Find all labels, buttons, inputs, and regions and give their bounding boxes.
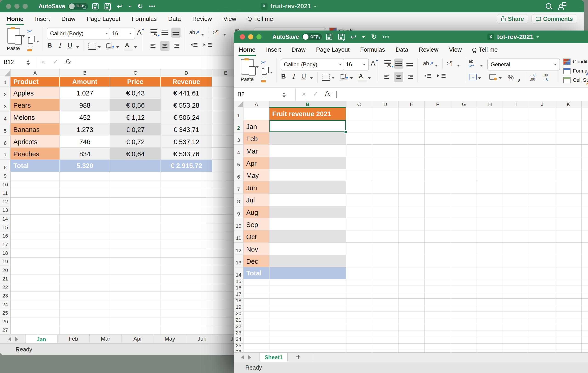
cell[interactable] bbox=[582, 157, 588, 169]
row-header-8[interactable]: 8 bbox=[234, 194, 243, 206]
zoom-button[interactable] bbox=[256, 34, 262, 40]
cell[interactable] bbox=[451, 206, 477, 218]
cell[interactable] bbox=[346, 231, 372, 243]
menu-tab-review[interactable]: Review bbox=[419, 46, 438, 53]
prev-sheet-icon[interactable] bbox=[6, 337, 11, 342]
align-left-button[interactable] bbox=[149, 41, 158, 51]
search-icon[interactable] bbox=[546, 3, 551, 9]
cell[interactable] bbox=[555, 312, 582, 318]
cell[interactable] bbox=[269, 324, 346, 331]
align-center-button[interactable] bbox=[394, 72, 403, 82]
row-header-2[interactable]: 2 bbox=[0, 87, 10, 99]
cell[interactable] bbox=[372, 286, 399, 292]
cell[interactable] bbox=[346, 157, 372, 169]
cell[interactable] bbox=[243, 305, 269, 312]
column-header-a[interactable]: A bbox=[243, 101, 269, 108]
title-chevron-icon[interactable] bbox=[314, 6, 316, 9]
cell[interactable] bbox=[451, 305, 477, 312]
cell[interactable] bbox=[451, 145, 477, 157]
row-header-11[interactable]: 11 bbox=[234, 231, 243, 243]
home-icon[interactable]: ⌂ bbox=[82, 3, 86, 10]
column-header-f[interactable]: F bbox=[425, 101, 451, 108]
cell[interactable] bbox=[425, 194, 451, 206]
cell[interactable] bbox=[425, 231, 451, 243]
cell[interactable]: € 441,61 bbox=[161, 87, 212, 99]
column-header-b[interactable]: B bbox=[269, 101, 346, 108]
cell[interactable] bbox=[346, 267, 372, 279]
decrease-indent-button[interactable] bbox=[423, 74, 431, 78]
cell[interactable] bbox=[346, 255, 372, 267]
cell[interactable] bbox=[477, 243, 503, 255]
menu-tab-data[interactable]: Data bbox=[168, 15, 181, 22]
cell[interactable] bbox=[399, 120, 425, 132]
cell[interactable] bbox=[110, 189, 161, 198]
cell[interactable] bbox=[399, 206, 425, 218]
minimize-button[interactable] bbox=[14, 4, 20, 9]
cell[interactable] bbox=[10, 249, 60, 258]
cell[interactable] bbox=[243, 279, 269, 286]
cell[interactable] bbox=[425, 299, 451, 305]
cell[interactable] bbox=[372, 206, 399, 218]
share-button[interactable]: Share bbox=[497, 14, 528, 23]
cell[interactable] bbox=[555, 299, 582, 305]
cell[interactable] bbox=[503, 324, 529, 331]
row-header-17[interactable]: 17 bbox=[0, 240, 10, 249]
cell[interactable] bbox=[425, 169, 451, 181]
cell[interactable] bbox=[110, 198, 161, 206]
cell[interactable] bbox=[110, 258, 161, 266]
cell[interactable] bbox=[346, 243, 372, 255]
undo-icon[interactable]: ↩ bbox=[117, 3, 122, 10]
cell[interactable] bbox=[60, 215, 110, 223]
cell[interactable] bbox=[161, 283, 212, 292]
align-right-button[interactable] bbox=[171, 41, 180, 51]
chevron-down-icon[interactable] bbox=[368, 77, 371, 80]
cell[interactable] bbox=[503, 292, 529, 299]
wrap-text-button[interactable]: abc↩ bbox=[469, 59, 474, 68]
month-cell[interactable]: May bbox=[243, 169, 269, 181]
row-header-5[interactable]: 5 bbox=[234, 157, 243, 169]
cell[interactable]: € 1,12 bbox=[110, 111, 161, 123]
cell[interactable] bbox=[372, 120, 399, 132]
cell[interactable] bbox=[582, 286, 588, 292]
row-header-11[interactable]: 11 bbox=[0, 189, 10, 198]
cell[interactable] bbox=[399, 337, 425, 344]
cell[interactable] bbox=[399, 231, 425, 243]
cell[interactable] bbox=[529, 120, 555, 132]
cell[interactable] bbox=[269, 318, 346, 324]
row-header-21[interactable]: 21 bbox=[0, 275, 10, 283]
cell[interactable] bbox=[425, 181, 451, 193]
cell[interactable]: € 0,56 bbox=[110, 99, 161, 111]
cell[interactable] bbox=[60, 232, 110, 240]
orientation-button[interactable]: ab↗ bbox=[189, 30, 200, 35]
cell[interactable] bbox=[582, 255, 588, 267]
show-paragraph-button[interactable]: >¶ bbox=[447, 61, 452, 66]
accounting-format-button[interactable] bbox=[489, 74, 496, 80]
cell[interactable] bbox=[555, 279, 582, 286]
row-header-4[interactable]: 4 bbox=[0, 111, 10, 123]
cell[interactable] bbox=[110, 206, 161, 215]
cell[interactable] bbox=[399, 108, 425, 120]
cell[interactable] bbox=[269, 350, 346, 352]
cell[interactable] bbox=[451, 132, 477, 145]
column-header-c[interactable]: C bbox=[110, 69, 161, 77]
cell[interactable] bbox=[346, 344, 372, 350]
cell[interactable] bbox=[10, 232, 60, 240]
cell[interactable] bbox=[372, 299, 399, 305]
cell[interactable] bbox=[451, 169, 477, 181]
month-cell[interactable]: Nov bbox=[243, 243, 269, 255]
cell[interactable] bbox=[425, 157, 451, 169]
cell[interactable] bbox=[10, 181, 60, 189]
cell[interactable] bbox=[372, 157, 399, 169]
cell[interactable] bbox=[399, 324, 425, 331]
cell[interactable] bbox=[110, 240, 161, 249]
cell[interactable] bbox=[529, 318, 555, 324]
cell[interactable] bbox=[346, 206, 372, 218]
cell[interactable] bbox=[503, 312, 529, 318]
cell[interactable] bbox=[269, 299, 346, 305]
sheet-tab-jan[interactable]: Jan bbox=[25, 335, 57, 344]
cell[interactable] bbox=[346, 108, 372, 120]
cell[interactable] bbox=[503, 206, 529, 218]
month-cell[interactable]: Aug bbox=[243, 206, 269, 218]
cell[interactable] bbox=[529, 279, 555, 286]
total-label-cell[interactable]: Total bbox=[10, 160, 60, 172]
